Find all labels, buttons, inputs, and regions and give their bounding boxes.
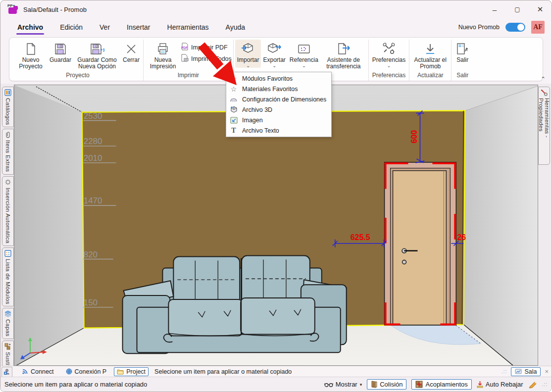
menu-item-archivo-3d[interactable]: Archivo 3D xyxy=(226,104,331,115)
menu-item-archivo-texto[interactable]: T Archivo Texto xyxy=(226,125,331,136)
module-list-icon xyxy=(4,250,11,257)
imprimir-pdf-button[interactable]: PDF Imprimir PDF xyxy=(181,43,232,52)
svg-text:26: 26 xyxy=(457,233,466,242)
user-avatar[interactable]: AF xyxy=(531,21,545,34)
left-sidebar: Catálogos Itens Extras Inserción Automát… xyxy=(0,85,14,366)
bottom-bar: Selecione um item para aplicar o materia… xyxy=(0,377,552,392)
import-dropdown-menu: ☆ Módulos Favoritos ☆ Materiales Favorit… xyxy=(226,72,332,137)
menu-item-imagen[interactable]: Imagen xyxy=(226,115,331,125)
sidebar-tab-insercion-automatica[interactable]: Inserción Automática xyxy=(2,176,14,246)
referencia-button[interactable]: Referencia ⌄ xyxy=(288,40,320,68)
auto-lower-icon xyxy=(477,381,483,388)
acoplamientos-button[interactable]: Acoplamientos xyxy=(411,379,471,390)
menu-edicion[interactable]: Edición xyxy=(60,20,83,34)
star-icon: ☆ xyxy=(229,85,238,93)
salir-button[interactable]: Salir xyxy=(453,40,472,63)
ribbon-collapse-icon[interactable]: ⌃ xyxy=(541,76,546,83)
close-project-icon xyxy=(125,41,138,57)
resize-grip[interactable]: .:: xyxy=(502,369,507,374)
svg-text:PDF: PDF xyxy=(181,46,188,49)
menu-herramientas[interactable]: Herramientas xyxy=(167,20,209,34)
menu-bar: Archivo Edición Ver Insertar Herramienta… xyxy=(0,18,552,36)
add-user-tab[interactable] xyxy=(1,367,12,377)
maximize-button[interactable]: ▢ xyxy=(506,0,529,18)
svg-text:2530: 2530 xyxy=(84,111,102,121)
sidebar-tab-capas[interactable]: Capas xyxy=(2,308,14,339)
menu-item-materiales-favoritos[interactable]: ☆ Materiales Favoritos xyxy=(226,84,331,94)
cerrar-button[interactable]: Cerrar xyxy=(121,40,142,63)
svg-text:2280: 2280 xyxy=(84,137,102,146)
door[interactable] xyxy=(385,162,456,325)
person-plus-icon xyxy=(3,368,10,375)
auto-insert-icon xyxy=(4,179,11,186)
nuevo-promob-label: Nuevo Promob xyxy=(458,24,500,31)
dimension-icon xyxy=(229,97,238,102)
app-logo-icon: PP+ xyxy=(7,4,18,15)
auto-rebajar-button[interactable]: Auto Rebajar xyxy=(477,381,523,388)
sidebar-tab-herramientas-propiedades[interactable]: Herramientas - Propiedades xyxy=(538,87,550,165)
catalog-icon xyxy=(4,89,11,96)
colision-button[interactable]: Colisión xyxy=(367,379,406,390)
star-icon: ☆ xyxy=(229,75,238,83)
svg-text:600: 600 xyxy=(410,130,418,144)
importar-button[interactable]: Importar ⌄ xyxy=(235,40,261,68)
save-icon xyxy=(53,41,67,57)
scene-close-icon[interactable]: × xyxy=(545,368,549,375)
minimize-button[interactable]: – xyxy=(483,0,506,18)
preferencias-button[interactable]: Preferencias ⌄ xyxy=(370,40,407,68)
guardar-button[interactable]: Guardar xyxy=(48,40,73,63)
project-tab[interactable]: Project xyxy=(114,367,149,376)
sidebar-tab-lista-modulos[interactable]: Lista de Módulos xyxy=(2,247,14,307)
printer-icon xyxy=(156,41,170,57)
nuevo-promob-toggle[interactable] xyxy=(505,23,525,32)
conexion-p-tab[interactable]: Conexión P xyxy=(63,368,109,376)
group-label-salir: Salir xyxy=(453,71,472,81)
glasses-icon xyxy=(324,382,333,388)
status-message: Selecione um item para aplicar o materia… xyxy=(154,368,292,375)
sidebar-tab-itens-extras[interactable]: Itens Extras xyxy=(2,129,14,174)
group-label-proyecto: Proyecto xyxy=(14,71,142,81)
ribbon-group-imprimir: Nueva Impresión PDF Imprimir PDF xyxy=(144,40,234,81)
group-label-actualizar: Actualizar xyxy=(411,71,450,81)
svg-text:2010: 2010 xyxy=(84,153,102,163)
menu-item-configuracion-dimensiones[interactable]: Configuración de Dimensiones xyxy=(226,94,331,104)
menu-insertar[interactable]: Insertar xyxy=(127,20,150,34)
image-import-icon xyxy=(229,117,238,124)
connect-tab[interactable]: Connect xyxy=(19,368,56,376)
imprimir-todos-button[interactable]: Imprimir Todos xyxy=(181,54,232,63)
connect-icon xyxy=(22,368,28,375)
asistente-transferencia-button[interactable]: Asistente de transferencia xyxy=(320,40,367,70)
guardar-como-button[interactable]: +1 Guardar Como Nueva Opción xyxy=(73,40,121,70)
svg-text:625.5: 625.5 xyxy=(351,233,370,242)
menu-item-modulos-favoritos[interactable]: ☆ Módulos Favoritos xyxy=(226,73,331,84)
pdf-icon: PDF xyxy=(181,43,189,52)
svg-text:1470: 1470 xyxy=(84,196,102,205)
svg-text:+1: +1 xyxy=(100,48,104,52)
nuevo-proyecto-button[interactable]: Nuevo Proyecto xyxy=(14,40,48,70)
sidebar-tab-catalogos[interactable]: Catálogos xyxy=(2,87,14,127)
resize-grip[interactable]: .:: xyxy=(542,382,548,387)
collision-icon xyxy=(371,381,377,388)
exportar-button[interactable]: Exportar ⌄ xyxy=(261,40,287,68)
actualizar-promob-button[interactable]: Actualizar el Promob xyxy=(411,40,450,70)
menu-ayuda[interactable]: Ayuda xyxy=(226,20,245,34)
svg-text:150: 150 xyxy=(84,298,98,307)
layers-icon xyxy=(4,310,11,317)
group-label-preferencias: Preferencias xyxy=(370,71,407,81)
chevron-down-icon: ⌄ xyxy=(246,64,250,68)
dropdown-arrow-icon: ▾ xyxy=(360,382,362,387)
mostrar-button[interactable]: Mostrar ▾ xyxy=(324,381,362,388)
paint-hand-icon[interactable] xyxy=(528,381,537,389)
cube-3d-icon xyxy=(229,106,238,113)
new-project-icon xyxy=(24,41,38,57)
nueva-impresion-button[interactable]: Nueva Impresión xyxy=(145,40,181,70)
group-label-imprimir: Imprimir xyxy=(145,71,232,81)
menu-archivo[interactable]: Archivo xyxy=(17,20,43,34)
export-icon xyxy=(267,41,282,57)
menu-ver[interactable]: Ver xyxy=(100,20,110,34)
import-icon xyxy=(241,41,255,57)
sala-scene-tab[interactable]: Sala xyxy=(511,367,541,376)
close-button[interactable]: ✕ xyxy=(529,0,552,18)
print-all-icon xyxy=(181,54,189,63)
screenshot-stage: PP+ Sala/Default - Promob – ▢ ✕ Archivo … xyxy=(0,0,552,392)
